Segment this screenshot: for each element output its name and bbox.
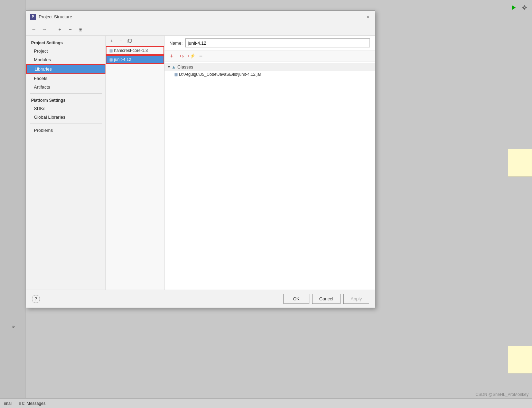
detail-add-jar-btn[interactable]: +⚡ [187,52,195,60]
csdn-watermark: CSDN @SheHL_ProMonkey [475,392,529,397]
sidebar-item-sdks[interactable]: SDKs [26,104,105,113]
lib-item-label-junit: junit-4.12 [114,57,131,62]
nav-separator [52,26,52,33]
run-button[interactable] [510,3,518,12]
statusbar-messages[interactable]: ≡ 0: Messages [18,401,45,406]
svg-point-1 [523,7,525,9]
back-button[interactable]: ← [30,25,38,34]
dialog-title-icon: P [30,14,36,20]
sticky-note-1 [508,149,532,176]
close-button[interactable]: × [364,13,371,20]
lib-item-hamcrest[interactable]: ▦ hamcrest-core-1.3 [106,46,164,55]
tree-item-jar[interactable]: ▦ D:\Atguigu\05_Code\JavaSE\lib\junit-4.… [165,71,375,78]
apply-button[interactable]: Apply [343,294,369,304]
ide-left-panel: e [0,0,26,398]
project-settings-label: Project Settings [26,38,105,47]
ok-button[interactable]: OK [283,294,309,304]
svg-marker-0 [512,6,516,10]
sidebar-divider [30,93,102,94]
dialog-title-text: Project Structure [39,14,72,19]
sidebar-item-global-libraries[interactable]: Global Libraries [26,113,105,121]
tree-classes-label: Classes [177,64,193,70]
lib-item-junit[interactable]: ▦ junit-4.12 [106,55,164,64]
sidebar: Project Settings Project Modules Librari… [26,36,106,290]
help-button[interactable]: ? [32,295,40,303]
tree-item-jar-label: D:\Atguigu\05_Code\JavaSE\lib\junit-4.12… [179,72,261,77]
forward-button[interactable]: → [40,25,48,34]
lib-remove-button[interactable]: − [117,37,124,45]
settings-button[interactable] [520,3,529,12]
detail-tree: ▾ ▲ Classes ▦ D:\Atguigu\05_Code\JavaSE\… [165,62,375,290]
ide-statusbar: iinal ≡ 0: Messages [0,398,532,408]
svg-rect-3 [129,39,131,42]
lib-item-icon-hamcrest: ▦ [109,48,113,53]
cancel-button[interactable]: Cancel [312,294,340,304]
lib-item-label-hamcrest: hamcrest-core-1.3 [114,48,148,53]
sidebar-item-facets[interactable]: Facets [26,74,105,83]
ide-toolbar [510,3,529,12]
sidebar-item-project[interactable]: Project [26,47,105,55]
sticky-note-2 [508,346,532,373]
jar-icon: ▦ [174,72,178,77]
sidebar-divider-2 [30,124,102,124]
lib-copy-button[interactable] [126,37,133,45]
lib-item-icon-junit: ▦ [109,57,113,62]
detail-add-config-btn[interactable]: +₀ [178,52,185,60]
ide-left-label: e [11,314,16,340]
dialog-footer: ? OK Cancel Apply [26,290,375,308]
detail-name-input[interactable] [185,38,370,47]
add-button[interactable]: + [56,25,64,34]
dialog-titlebar: P Project Structure × [26,11,375,23]
sidebar-item-problems[interactable]: Problems [26,126,105,135]
detail-panel: Name: + +₀ +⚡ − ▾ ▲ [165,36,375,290]
tree-classes-section: ▾ ▲ Classes [165,63,375,71]
tree-chevron: ▾ [168,65,170,69]
detail-toolbar: + +₀ +⚡ − [165,51,375,62]
detail-name-label: Name: [169,40,183,46]
platform-settings-label: Platform Settings [26,96,105,104]
lib-add-button[interactable]: + [108,37,115,45]
sidebar-item-artifacts[interactable]: Artifacts [26,83,105,91]
sidebar-item-modules[interactable]: Modules [26,55,105,64]
sidebar-item-libraries[interactable]: Libraries [26,64,105,74]
dialog-navbar: ← → + − ⊞ [26,23,375,36]
dialog-body: Project Settings Project Modules Librari… [26,36,375,290]
remove-button[interactable]: − [66,25,74,34]
detail-remove-btn[interactable]: − [197,52,205,60]
lib-toolbar: + − [106,36,164,46]
copy-button[interactable]: ⊞ [76,25,85,34]
detail-name-row: Name: [165,36,375,51]
library-list: ▦ hamcrest-core-1.3 ▦ junit-4.12 [106,46,164,290]
library-list-panel: + − ▦ hamcrest-core-1.3 ▦ junit-4.12 [106,36,165,290]
project-structure-dialog: P Project Structure × ← → + − ⊞ Project … [26,10,375,308]
detail-add-btn[interactable]: + [168,52,176,60]
statusbar-left: iinal [4,401,11,406]
